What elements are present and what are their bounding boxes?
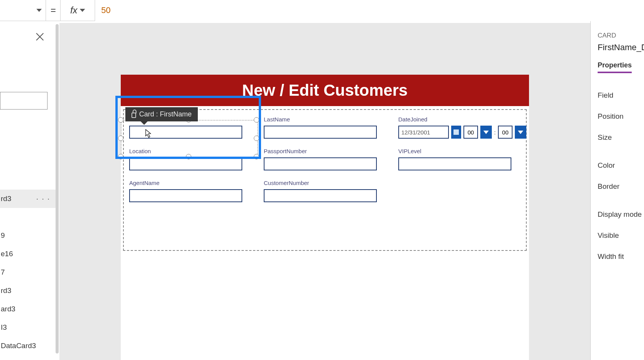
tree-item[interactable]: ard3 xyxy=(0,300,56,318)
minute-input[interactable] xyxy=(498,126,513,139)
prop-color[interactable]: Color xyxy=(598,155,644,176)
formula-input[interactable] xyxy=(95,0,644,21)
tree-item[interactable]: DataCard3 xyxy=(0,337,56,355)
tree-item-label: DataCard3 xyxy=(1,342,36,350)
prop-display-mode[interactable]: Display mode xyxy=(598,204,644,225)
card-customernumber[interactable]: CustomerNumber xyxy=(264,180,377,202)
field-label: Location xyxy=(129,148,242,154)
agentname-input[interactable] xyxy=(129,189,242,202)
chevron-down-icon xyxy=(36,9,42,12)
card-viplevel[interactable]: VIPLevel xyxy=(398,148,526,170)
prop-size[interactable]: Size xyxy=(598,127,644,148)
field-label: DateJoined xyxy=(398,116,526,123)
field-label: CustomerNumber xyxy=(264,180,377,186)
fx-label: fx xyxy=(70,5,77,16)
tree-item-label: 7 xyxy=(1,268,5,276)
tree-items: rd3 · · · 9 e16 7 rd3 ard3 I3 DataCard3 … xyxy=(0,190,56,360)
time-colon: : xyxy=(494,129,496,136)
firstname-input[interactable] xyxy=(129,126,242,139)
edit-form[interactable]: FirstName LastName DateJoined : xyxy=(123,109,527,251)
tooltip-text: Card : FirstName xyxy=(139,110,192,118)
minute-dropdown[interactable] xyxy=(515,126,526,139)
tab-properties[interactable]: Properties xyxy=(598,61,632,73)
prop-border[interactable]: Border xyxy=(598,176,644,197)
tree-item[interactable] xyxy=(0,208,56,226)
tree-item[interactable]: 9 xyxy=(0,226,56,245)
card-location[interactable]: Location xyxy=(129,148,242,170)
hour-dropdown[interactable] xyxy=(480,126,492,139)
tree-item[interactable]: 7 xyxy=(0,263,56,281)
tree-item[interactable]: e16 xyxy=(0,245,56,263)
prop-position[interactable]: Position xyxy=(598,106,644,127)
element-type: CARD xyxy=(598,32,644,39)
tree-item-label: e16 xyxy=(1,250,13,258)
app-title: New / Edit Customers xyxy=(242,81,408,100)
tree-view-panel: rd3 · · · 9 e16 7 rd3 ard3 I3 DataCard3 … xyxy=(0,21,56,360)
chevron-down-icon xyxy=(518,131,523,134)
lock-icon xyxy=(131,113,136,118)
property-selector[interactable] xyxy=(0,0,46,21)
calendar-icon xyxy=(453,129,459,135)
tree-item-label: rd3 xyxy=(1,195,11,203)
viplevel-input[interactable] xyxy=(398,157,511,170)
design-canvas[interactable]: New / Edit Customers FirstName LastName … xyxy=(59,23,590,360)
selection-tooltip: Card : FirstName xyxy=(125,107,198,121)
customernumber-input[interactable] xyxy=(264,189,377,202)
properties-panel: CARD FirstName_D Properties Field Positi… xyxy=(590,21,644,360)
field-label: LastName xyxy=(264,116,377,123)
field-label: AgentName xyxy=(129,180,242,186)
prop-visible[interactable]: Visible xyxy=(598,225,644,246)
formula-bar: = fx xyxy=(0,0,644,21)
close-icon[interactable] xyxy=(35,32,45,42)
app-header: New / Edit Customers xyxy=(121,75,529,106)
tree-item[interactable]: I3 xyxy=(0,355,56,360)
prop-field[interactable]: Field xyxy=(598,85,644,106)
location-input[interactable] xyxy=(129,157,242,170)
tree-item[interactable]: rd3 · · · xyxy=(0,190,56,208)
prop-width-fit[interactable]: Width fit xyxy=(598,246,644,267)
fx-button[interactable]: fx xyxy=(61,0,95,21)
tree-search-input[interactable] xyxy=(0,92,48,110)
tree-item[interactable]: rd3 xyxy=(0,281,56,300)
tree-item-label: I3 xyxy=(1,323,7,331)
card-passportnumber[interactable]: PassportNumber xyxy=(264,148,377,170)
lastname-input[interactable] xyxy=(264,126,377,139)
calendar-button[interactable] xyxy=(451,126,461,139)
chevron-down-icon xyxy=(483,131,489,134)
more-icon[interactable]: · · · xyxy=(36,190,50,208)
card-lastname[interactable]: LastName xyxy=(264,116,377,139)
element-name: FirstName_D xyxy=(598,43,644,52)
tree-item-label: rd3 xyxy=(1,286,11,295)
tree-item[interactable]: I3 xyxy=(0,318,56,337)
date-input[interactable] xyxy=(398,126,449,139)
field-label: PassportNumber xyxy=(264,148,377,154)
datejoined-row: : xyxy=(398,126,526,139)
equals-label: = xyxy=(46,0,61,21)
card-datejoined[interactable]: DateJoined : xyxy=(398,116,526,139)
passportnumber-input[interactable] xyxy=(264,157,377,170)
chevron-down-icon xyxy=(80,9,85,12)
hour-input[interactable] xyxy=(463,126,478,139)
card-agentname[interactable]: AgentName xyxy=(129,180,242,202)
field-label: VIPLevel xyxy=(398,148,526,154)
tree-item-label: ard3 xyxy=(1,305,15,313)
tree-item-label: 9 xyxy=(1,231,5,239)
